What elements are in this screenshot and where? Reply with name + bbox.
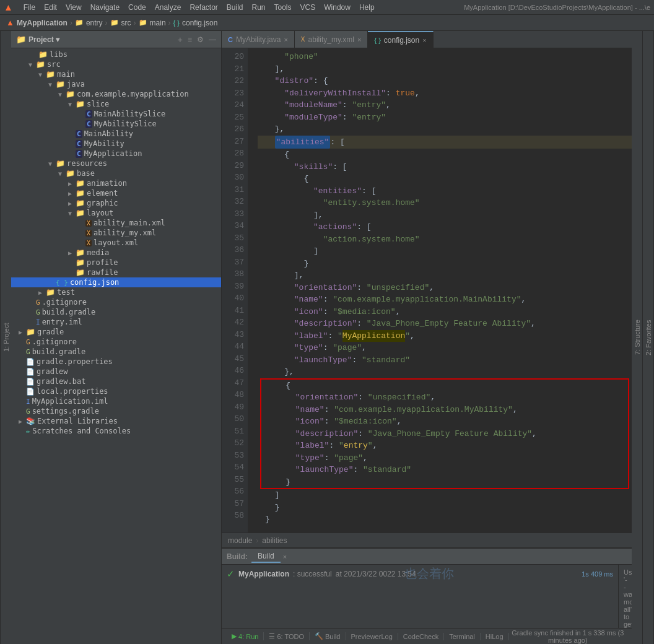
- tree-item-MyAbility[interactable]: C MyAbility: [11, 139, 221, 149]
- tree-item-java[interactable]: ▼ 📁 java: [11, 79, 221, 89]
- close-icon[interactable]: —: [209, 35, 216, 44]
- tree-label: resources: [67, 159, 107, 168]
- folder-icon: 📁: [38, 50, 48, 59]
- menu-file[interactable]: File: [19, 2, 40, 13]
- tree-item-gitignore2[interactable]: G .gitignore: [11, 337, 221, 347]
- tab-close-3[interactable]: ×: [422, 37, 426, 44]
- tree-item-ability-my-xml[interactable]: X ability_my.xml: [11, 228, 221, 238]
- tree-item-graphic[interactable]: ▶ 📁 graphic: [11, 198, 221, 208]
- tree-item-local-properties[interactable]: 📄 local.properties: [11, 386, 221, 396]
- tree-item-resources[interactable]: ▼ 📁 resources: [11, 159, 221, 168]
- tree-item-gradlew-bat[interactable]: 📄 gradlew.bat: [11, 376, 221, 386]
- tree-item-slice[interactable]: ▼ 📁 slice: [11, 99, 221, 109]
- tree-item-MainAbilitySlice[interactable]: C MainAbilitySlice: [11, 109, 221, 119]
- tab-MyAbility-java[interactable]: C MyAbility.java ×: [222, 31, 295, 48]
- settings-icon[interactable]: ⚙: [197, 35, 204, 44]
- tree-label: External Libraries: [37, 417, 118, 425]
- tree-item-entry-iml[interactable]: I entry.iml: [11, 317, 221, 327]
- arrow-graph: ▶: [68, 200, 76, 207]
- tab-close-2[interactable]: ×: [357, 36, 361, 43]
- code-line-44: "type": "page",: [258, 342, 632, 354]
- arrow-src: ▼: [28, 61, 36, 68]
- folder-icon: 📁: [76, 199, 85, 207]
- tree-item-main[interactable]: ▼ 📁 main: [11, 69, 221, 79]
- breadcrumb-entry[interactable]: entry: [86, 19, 103, 27]
- statusbar-codecheck[interactable]: CodeCheck: [398, 633, 444, 640]
- tree-item-build-gradle1[interactable]: G build.gradle: [11, 307, 221, 317]
- tab-config-json[interactable]: { } config.json ×: [368, 31, 433, 48]
- tree-item-MyApplication-iml[interactable]: I MyApplication.iml: [11, 396, 221, 406]
- tree-item-layout[interactable]: ▼ 📁 layout: [11, 208, 221, 218]
- folder-icon: 📁: [76, 100, 85, 108]
- menu-tools[interactable]: Tools: [270, 2, 296, 13]
- tab-bar: C MyAbility.java × X ability_my.xml × { …: [222, 31, 632, 48]
- tree-item-gradle[interactable]: ▶ 📁 gradle: [11, 327, 221, 337]
- code-content[interactable]: "phone" ], "distro": { "deliveryWithInst…: [258, 48, 632, 533]
- breadcrumb-module[interactable]: module: [228, 536, 252, 545]
- menu-refactor[interactable]: Refactor: [185, 2, 222, 13]
- tree-item-MainAbility[interactable]: C MainAbility: [11, 129, 221, 139]
- tree-item-build-gradle2[interactable]: G build.gradle: [11, 347, 221, 357]
- bottom-content: ✓ MyApplication : successful at 2021/3/2…: [222, 565, 632, 628]
- tree-item-external-libs[interactable]: ▶ 📚 External Libraries: [11, 416, 221, 426]
- tree-item-profile[interactable]: 📁 profile: [11, 258, 221, 268]
- tree-item-MyAbilitySlice[interactable]: C MyAbilitySlice: [11, 119, 221, 129]
- tree-item-media[interactable]: ▶ 📁 media: [11, 248, 221, 258]
- tree-item-settings-gradle[interactable]: G settings.gradle: [11, 406, 221, 416]
- statusbar-run[interactable]: ▶ 4: Run: [227, 632, 264, 640]
- tree-item-animation[interactable]: ▶ 📁 animation: [11, 178, 221, 188]
- menu-window[interactable]: Window: [320, 2, 355, 13]
- statusbar-previewer[interactable]: PreviewerLog: [346, 633, 398, 640]
- menu-help[interactable]: Help: [355, 2, 379, 13]
- collapse-icon[interactable]: ≡: [188, 35, 192, 44]
- tab-build[interactable]: Build: [251, 550, 281, 563]
- tree-item-gradle-properties[interactable]: 📄 gradle.properties: [11, 357, 221, 367]
- breadcrumb-app[interactable]: MyApplication: [17, 19, 68, 27]
- build-close[interactable]: ×: [283, 553, 287, 560]
- gradle-icon: G: [26, 348, 30, 356]
- statusbar-todo[interactable]: ☰ 6: TODO: [264, 632, 310, 640]
- tree-item-MyApplication[interactable]: C MyApplication: [11, 149, 221, 159]
- tree-item-com[interactable]: ▼ 📁 com.example.myapplication: [11, 89, 221, 99]
- menu-view[interactable]: View: [61, 2, 86, 13]
- breadcrumb-main[interactable]: main: [150, 19, 166, 27]
- statusbar-build[interactable]: 🔨 Build: [310, 632, 346, 640]
- breadcrumb-file[interactable]: config.json: [182, 19, 217, 27]
- tree-item-gradlew[interactable]: 📄 gradlew: [11, 367, 221, 376]
- tree-item-base[interactable]: ▼ 📁 base: [11, 168, 221, 178]
- project-side-label: 1: Project: [0, 31, 11, 644]
- tree-item-element[interactable]: ▶ 📁 element: [11, 188, 221, 198]
- tree-item-rawfile[interactable]: 📁 rawfile: [11, 268, 221, 277]
- menu-edit[interactable]: Edit: [40, 2, 61, 13]
- add-icon[interactable]: +: [178, 35, 183, 45]
- tree-item-libs[interactable]: 📁 libs: [11, 50, 221, 59]
- menu-navigate[interactable]: Navigate: [86, 2, 124, 13]
- gradle-icon: G: [26, 407, 30, 416]
- menu-run[interactable]: Run: [248, 2, 270, 13]
- tree-item-config-json[interactable]: { } config.json: [11, 277, 221, 287]
- menu-code[interactable]: Code: [124, 2, 150, 13]
- tree-item-layout-xml[interactable]: X layout.xml: [11, 238, 221, 248]
- statusbar-hilog[interactable]: HiLog: [481, 633, 509, 640]
- menu-vcs[interactable]: VCS: [296, 2, 320, 13]
- menu-analyze[interactable]: Analyze: [150, 2, 186, 13]
- tree-item-scratches[interactable]: ✏️ Scratches and Consoles: [11, 426, 221, 436]
- build-right: Use '--warning-mode all' to get the indi…: [618, 565, 632, 628]
- json-icon: { }: [56, 279, 68, 287]
- menu-build[interactable]: Build: [222, 2, 248, 13]
- tree-label: MyApplication.iml: [32, 397, 108, 406]
- tab-close-1[interactable]: ×: [284, 36, 287, 43]
- file-icon: 📄: [26, 378, 35, 386]
- tree-item-gitignore1[interactable]: G .gitignore: [11, 297, 221, 307]
- bottom-tabs: Build: Build ×: [222, 549, 632, 565]
- tree-label: config.json: [70, 278, 119, 287]
- tab-ability-my-xml[interactable]: X ability_my.xml ×: [295, 31, 368, 48]
- breadcrumb-src[interactable]: src: [121, 19, 131, 27]
- statusbar-terminal[interactable]: Terminal: [444, 633, 481, 640]
- tree-item-src[interactable]: ▼ 📁 src: [11, 59, 221, 69]
- xml-tab-icon: X: [301, 36, 305, 43]
- folder-icon: 📁: [26, 328, 35, 336]
- tree-item-ability-main-xml[interactable]: X ability_main.xml: [11, 218, 221, 228]
- tree-item-test[interactable]: ▶ 📁 test: [11, 287, 221, 297]
- breadcrumb-abilities[interactable]: abilities: [262, 536, 287, 545]
